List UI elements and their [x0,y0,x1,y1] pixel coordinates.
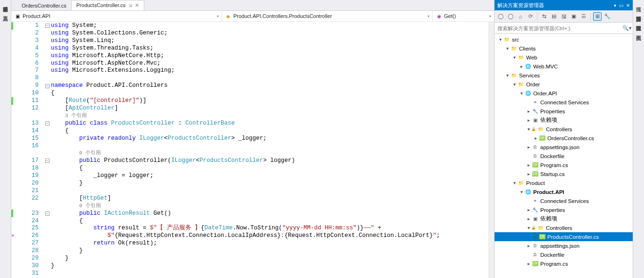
nav-project-label: Product.API [23,13,50,19]
expand-toggle[interactable]: ▸ [526,144,531,150]
tree-item[interactable]: ▸🗎appsettings.json [495,241,633,250]
fold-toggle[interactable]: − [45,211,50,216]
expand-toggle[interactable]: ▸ [526,162,531,168]
tree-item-label: appsettings.json [540,144,579,150]
nav-class-label: Product.API.Controllers.ProductsControll… [233,13,332,19]
tree-item[interactable]: 🗎Dockerfile [495,152,633,160]
pin-icon[interactable]: ▭ [619,3,623,8]
tree-item[interactable]: ▸🌐Web.MVC [495,62,633,71]
expand-toggle[interactable]: ▾ [512,180,517,185]
tree-item[interactable]: ▾📁Product [495,178,633,187]
tree-item-label: ProductsController.cs [547,234,599,240]
tree-item[interactable]: ▾📁Clients [495,44,633,53]
expand-toggle[interactable]: ▾ [526,225,531,230]
all-button[interactable]: ☰ [579,12,588,21]
prop-button[interactable]: ▣ [570,12,578,21]
tree-item[interactable]: ▸C#Program.cs [495,160,633,169]
tree-item-label: 依赖项 [540,117,557,124]
back-button[interactable]: ◯ [496,12,505,21]
expand-toggle[interactable]: ▸ [526,118,531,123]
tree-item[interactable]: ▸🔧Properties [495,205,633,214]
tree-item[interactable]: ▸🗎appsettings.json [495,143,633,152]
tree-item[interactable]: ▸▣依赖项 [495,214,633,223]
tree-item[interactable]: ▸C#Startup.cs [495,169,633,178]
nav-member[interactable]: ◉ Get() ▾ [433,11,494,21]
search-submit-icon[interactable]: 🔍▾ [621,25,633,31]
expand-toggle[interactable]: ▾ [504,46,510,51]
close-icon[interactable]: ✕ [626,3,630,8]
expand-toggle[interactable]: ▾ [504,73,510,78]
nav-project[interactable]: ▣ Product.API ▾ [11,11,222,21]
pin-icon[interactable]: ⇲ [128,3,132,8]
tree-item[interactable]: ▾📁Order [495,80,633,89]
wrench-icon: 🔧 [531,108,539,115]
expand-toggle[interactable]: ▸ [526,243,531,248]
sync-button[interactable]: ⇆ [540,12,548,21]
expand-toggle[interactable]: ▸ [526,171,531,177]
tree-item[interactable]: ▸🔧Properties [495,107,633,116]
folder-icon: 📁 [517,81,525,88]
solution-explorer-panel: 解决方案资源管理器 ▾ ▭ ✕ ◯◯⌂⟳⇆▤🖫▣☰⊞🔧 🔍▾ ▾📁src▾📁Cl… [494,0,633,278]
panel-title-bar[interactable]: 解决方案资源管理器 ▾ ▭ ✕ [495,0,633,10]
folder-icon: 📁 [537,224,545,232]
fold-toggle[interactable]: − [45,84,50,88]
fwd-button[interactable]: ◯ [506,12,515,21]
tree-item-label: Connected Services [540,198,589,204]
expand-toggle[interactable]: ▸ [533,135,538,141]
expand-toggle[interactable]: ▸ [526,261,531,266]
document-tab[interactable]: OrdersController.cs [17,0,71,10]
lock-icon: 🔒 [531,127,536,131]
folder-icon: 📁 [517,54,525,61]
wrench-button[interactable]: 🔧 [603,12,611,21]
tree-item-label: Program.cs [540,261,568,267]
expand-toggle[interactable]: ▾ [526,126,531,132]
expand-toggle[interactable]: ▾ [519,189,524,194]
fold-gutter: −−−−− [44,22,51,278]
document-tab[interactable]: ProductsController.cs⇲✕ [71,0,145,10]
tree-item[interactable]: ▾📁Web [495,53,633,62]
tree-item[interactable]: ⚭Connected Services [495,98,633,107]
expand-toggle[interactable]: ▾ [512,55,517,60]
expand-toggle[interactable]: ▾ [519,91,524,96]
file-icon: 🗎 [531,242,539,250]
tree-item[interactable]: ▸▣依赖项 [495,116,633,125]
tree-item-label: Web [526,55,537,60]
code-editor[interactable]: 123456789101112 13141516 171819202122 23… [11,22,494,278]
solution-tree: ▾📁src▾📁Clients▾📁Web▸🌐Web.MVC▾📁Services▾📁… [495,34,633,278]
tree-item[interactable]: ▾📁src [495,35,633,44]
tree-item[interactable]: 🗎Dockerfile [495,250,633,259]
tree-button[interactable]: ⊞ [593,12,602,21]
code-text-area[interactable]: using System;using System.Collections.Ge… [51,22,488,278]
expand-toggle[interactable]: ▸ [526,216,531,221]
home-button[interactable]: ⌂ [516,12,525,21]
fold-toggle[interactable]: − [45,159,50,163]
tree-item[interactable]: ▾🌐Product.API [495,187,633,196]
change-gutter [11,22,19,278]
fold-toggle[interactable]: − [45,121,50,126]
expand-toggle[interactable]: ▾ [497,37,503,42]
tree-item-label: Order.API [533,91,557,96]
expand-toggle[interactable]: ▸ [519,64,524,69]
tree-item[interactable]: ▾📁Services [495,71,633,80]
tree-item[interactable]: ▾🌐Order.API [495,89,633,98]
dropdown-icon[interactable]: ▾ [614,3,616,8]
nav-class[interactable]: ◆ Product.API.Controllers.ProductsContro… [222,11,433,21]
tree-item[interactable]: ▸C#Program.cs [495,259,633,268]
stack-button[interactable]: ▤ [550,12,558,21]
fold-toggle[interactable]: − [45,24,50,28]
tree-item[interactable]: ▾🔒📁Controllers [495,223,633,232]
tree-item[interactable]: ▾🔒📁Controllers [495,125,633,134]
expand-toggle[interactable]: ▸ [526,109,531,114]
expand-toggle[interactable]: ▸ [533,234,538,239]
annotation-track [488,22,494,278]
tree-item[interactable]: ⚭Connected Services [495,196,633,205]
close-icon[interactable]: ✕ [135,2,139,8]
expand-toggle[interactable]: ▾ [512,82,517,87]
tree-item[interactable]: ▸C#OrdersController.cs [495,134,633,143]
expand-toggle[interactable]: ▸ [526,207,531,212]
file-icon: 🗎 [531,152,539,160]
refresh-button[interactable]: ⟳ [526,12,535,21]
tree-item[interactable]: ▸C#ProductsController.cs [495,232,633,241]
search-input[interactable] [495,25,621,31]
save-button[interactable]: 🖫 [560,12,568,21]
